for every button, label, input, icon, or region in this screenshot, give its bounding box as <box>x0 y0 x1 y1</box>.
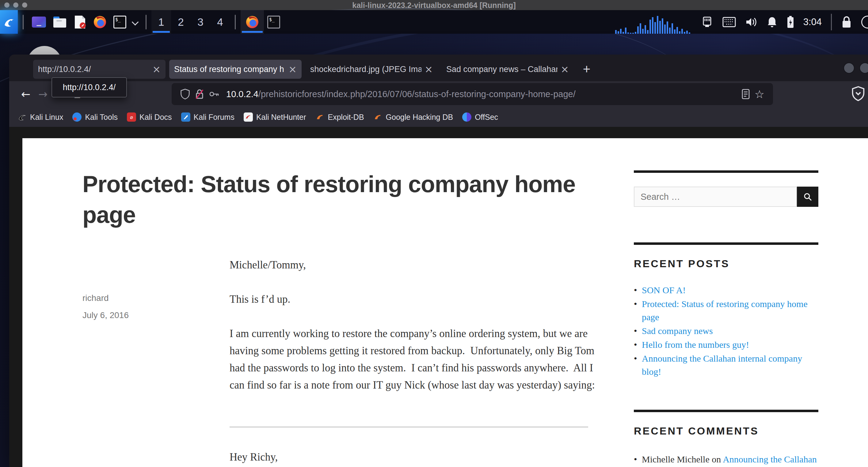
bookmark-label: Kali Forums <box>194 113 235 122</box>
workspace-1[interactable]: 1 <box>151 10 171 34</box>
clock[interactable]: 3:04 <box>803 17 822 28</box>
show-desktop-button[interactable] <box>32 17 46 28</box>
panel-separator <box>146 15 147 29</box>
firefox-icon <box>93 15 107 29</box>
bookmark-kali-nethunter[interactable]: Kali NetHunter <box>244 113 306 122</box>
tab-label: Sad company news – Callahan <box>446 65 558 74</box>
network-icon[interactable] <box>701 16 713 28</box>
recent-post-link[interactable]: Sad company news <box>642 326 713 336</box>
workspace-4[interactable]: 4 <box>210 10 230 34</box>
offsec-favicon <box>462 113 471 122</box>
window-control-button[interactable] <box>860 63 868 73</box>
bookmark-exploit-db[interactable]: Exploit-DB <box>315 113 364 122</box>
panel-separator <box>23 15 24 29</box>
kali-docs-favicon: ⌀ <box>127 113 136 122</box>
recent-post-link[interactable]: SON OF A! <box>642 285 686 295</box>
tab-status-post[interactable]: Status of restoring company h × <box>169 60 302 79</box>
bookmarks-toolbar: Kali Linux Kali Tools ⌀ Kali Docs Kali F… <box>9 107 868 127</box>
cpu-graph[interactable] <box>615 14 692 34</box>
list-item: Michelle Michelle on Announcing the Call… <box>642 453 818 467</box>
notification-bell-icon[interactable] <box>767 16 778 28</box>
volume-icon[interactable] <box>745 16 757 28</box>
google-hacking-db-favicon <box>373 113 382 122</box>
search-button[interactable] <box>797 187 818 207</box>
bookmark-kali-linux[interactable]: Kali Linux <box>18 113 63 122</box>
bookmark-kali-docs[interactable]: ⌀ Kali Docs <box>127 113 172 122</box>
terminal-launcher[interactable]: $_ <box>114 15 126 29</box>
post-paragraph: I am currently working to restore the co… <box>229 325 602 394</box>
close-icon[interactable]: × <box>152 63 161 75</box>
post-date[interactable]: July 6, 2016 <box>83 310 129 320</box>
tab-label: Status of restoring company h <box>174 65 285 74</box>
battery-icon[interactable] <box>787 15 794 29</box>
kali-menu-button[interactable] <box>0 10 18 34</box>
desktop-icon <box>32 17 46 28</box>
lock-icon[interactable] <box>841 15 852 29</box>
page-card: Protected: Status of restoring company h… <box>22 138 868 467</box>
tracking-shield-icon[interactable] <box>180 89 190 100</box>
bookmark-google-hacking-db[interactable]: Google Hacking DB <box>373 113 453 122</box>
list-item: Hello from the numbers guy! <box>642 338 818 351</box>
tab-home[interactable]: http://10.0.2.4/ × <box>33 60 165 79</box>
tab-label: http://10.0.2.4/ <box>38 65 149 74</box>
text-editor-launcher[interactable] <box>73 15 87 29</box>
kali-tools-favicon <box>72 113 82 122</box>
bookmark-label: Kali Linux <box>30 113 63 122</box>
recent-comments-heading: RECENT COMMENTS <box>634 425 759 437</box>
tab-sad-company-news[interactable]: Sad company news – Callahan × <box>441 60 574 79</box>
window-control-button[interactable] <box>843 63 855 73</box>
taskbar-terminal-window[interactable]: $_ <box>267 15 280 29</box>
bookmark-offsec[interactable]: OffSec <box>462 113 498 122</box>
forward-button[interactable]: → <box>34 86 52 103</box>
exploit-db-favicon <box>315 113 324 122</box>
post-divider <box>229 427 588 428</box>
close-icon[interactable]: × <box>561 63 569 75</box>
bookmark-label: Kali NetHunter <box>256 113 306 122</box>
keyboard-icon[interactable] <box>722 17 736 27</box>
bookmark-label: Kali Docs <box>140 113 172 122</box>
kali-nethunter-favicon <box>244 113 253 122</box>
url-bar[interactable]: 10.0.2.4 /prehistoricforest/index.php/20… <box>172 83 773 105</box>
bookmark-label: Kali Tools <box>85 113 118 122</box>
tab-label: shockedrichard.jpg (JPEG Ima <box>310 65 422 74</box>
url-path: /prehistoricforest/index.php/2016/07/06/… <box>258 89 739 99</box>
list-item: Protected: Status of restoring company h… <box>642 297 818 323</box>
workspace-3[interactable]: 3 <box>191 10 210 34</box>
close-icon[interactable]: × <box>425 63 433 75</box>
search-input[interactable] <box>634 187 797 207</box>
tab-shockedrichard-image[interactable]: shockedrichard.jpg (JPEG Ima × <box>305 60 438 79</box>
bookmark-label: Google Hacking DB <box>386 113 453 122</box>
recent-posts-heading: RECENT POSTS <box>634 258 730 270</box>
recent-post-link[interactable]: Hello from the numbers guy! <box>642 340 749 350</box>
workspace-2[interactable]: 2 <box>171 10 191 34</box>
search-icon <box>803 192 812 201</box>
bookmark-star-icon[interactable]: ☆ <box>754 88 765 100</box>
reader-mode-icon[interactable] <box>742 89 750 99</box>
chevron-down-icon[interactable] <box>132 19 139 25</box>
new-tab-button[interactable]: + <box>578 60 596 79</box>
recent-post-link[interactable]: Announcing the Callahan internal company… <box>642 353 802 377</box>
key-icon[interactable] <box>209 90 219 98</box>
post-paragraph: This is f’d up. <box>229 291 602 308</box>
sidebar-divider <box>634 170 818 173</box>
page-title: Protected: Status of restoring company h… <box>83 169 628 230</box>
kali-dragon-icon <box>3 16 15 28</box>
bookmark-kali-tools[interactable]: Kali Tools <box>72 113 118 122</box>
back-button[interactable]: ← <box>17 86 34 103</box>
taskbar-firefox-window[interactable] <box>241 10 264 34</box>
kali-linux-favicon <box>18 113 27 122</box>
recent-post-link[interactable]: Protected: Status of restoring company h… <box>642 299 808 322</box>
post-author[interactable]: richard <box>83 293 109 303</box>
insecure-lock-icon[interactable] <box>195 89 204 100</box>
firefox-launcher[interactable] <box>93 15 107 29</box>
navigation-toolbar: ← → ↻ ⌂ 10.0.2.4 /prehistoricforest/inde… <box>9 81 868 107</box>
browser-viewport: Protected: Status of restoring company h… <box>9 127 868 467</box>
list-item: SON OF A! <box>642 283 818 297</box>
file-manager-launcher[interactable] <box>53 16 67 28</box>
tray-circle-icon[interactable] <box>861 15 868 29</box>
close-icon[interactable]: × <box>288 63 297 75</box>
extension-shield-icon[interactable] <box>851 86 865 103</box>
tab-bar: http://10.0.2.4/ × Status of restoring c… <box>9 55 868 81</box>
bookmark-kali-forums[interactable]: Kali Forums <box>181 113 235 122</box>
list-item: Sad company news <box>642 324 818 337</box>
